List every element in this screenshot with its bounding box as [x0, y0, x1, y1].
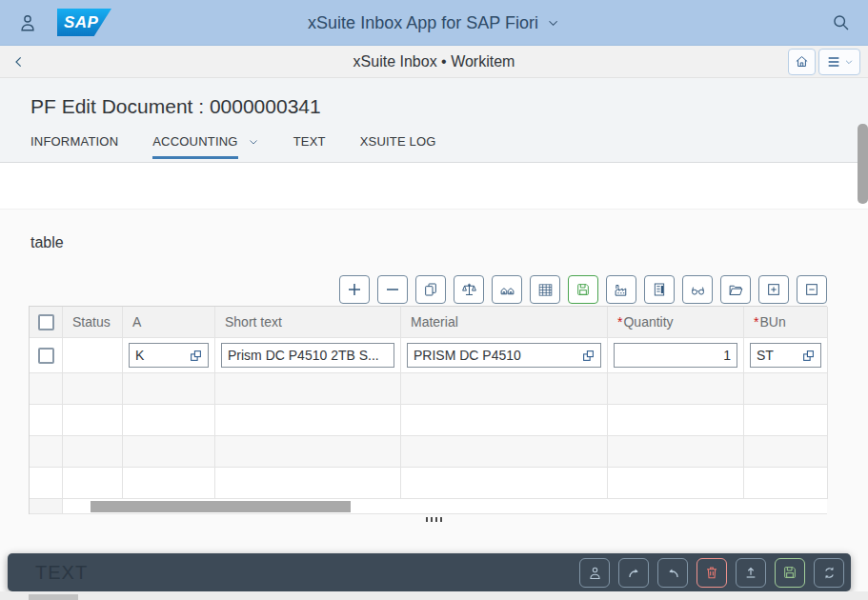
- value-help-icon[interactable]: [582, 350, 595, 362]
- select-all-checkbox[interactable]: [38, 314, 54, 330]
- boxed-plus-icon: [766, 282, 781, 297]
- row-checkbox[interactable]: [38, 348, 54, 364]
- grid-button[interactable]: [530, 275, 560, 304]
- refresh-button[interactable]: [814, 558, 844, 588]
- home-icon: [794, 53, 810, 70]
- houses-icon: [499, 282, 515, 298]
- collapse-button[interactable]: [797, 275, 827, 304]
- person-icon: [587, 565, 603, 581]
- forward-button[interactable]: [618, 558, 649, 588]
- tab-text[interactable]: TEXT: [293, 134, 326, 159]
- boxed-minus-icon: [804, 282, 819, 297]
- factory-button[interactable]: [606, 275, 636, 304]
- column-header-status[interactable]: Status: [63, 307, 123, 338]
- table-section: table Status A Short text Material: [0, 210, 868, 522]
- add-row-button[interactable]: [339, 275, 370, 304]
- status-cell: [63, 338, 123, 373]
- page-header: PF Edit Document : 0000000341 INFORMATIO…: [0, 78, 868, 163]
- expand-button[interactable]: [758, 275, 789, 304]
- material-input[interactable]: [414, 348, 577, 363]
- table-row-empty: [30, 405, 827, 436]
- column-header-short-text[interactable]: Short text: [215, 307, 401, 338]
- open-folder-icon: [728, 282, 744, 298]
- bun-input[interactable]: [757, 348, 797, 363]
- trash-icon: [704, 565, 719, 580]
- tab-strip: INFORMATION ACCOUNTING TEXT XSUITE LOG: [30, 134, 838, 159]
- items-table: Status A Short text Material *Quantity *…: [29, 306, 827, 514]
- tab-information[interactable]: INFORMATION: [30, 134, 118, 159]
- table-header-row: Status A Short text Material *Quantity *…: [30, 307, 827, 338]
- report-icon: [652, 282, 667, 297]
- column-header-a[interactable]: A: [123, 307, 215, 338]
- column-header-bun[interactable]: *BUn: [744, 307, 828, 338]
- table-row-empty: [30, 468, 827, 499]
- a-input[interactable]: [135, 348, 185, 363]
- minus-icon: [384, 281, 401, 298]
- shell-bar: SAP xSuite Inbox App for SAP Fiori: [0, 0, 868, 46]
- field-quantity: [614, 343, 737, 368]
- required-marker: *: [617, 314, 622, 330]
- hamburger-icon: [826, 54, 841, 70]
- tab-accounting[interactable]: ACCOUNTING: [152, 134, 258, 159]
- houses-button[interactable]: [492, 275, 522, 304]
- glasses-icon: [690, 282, 706, 298]
- report-button[interactable]: [644, 275, 675, 304]
- app-window: SAP xSuite Inbox App for SAP Fiori xSuit…: [0, 0, 868, 600]
- grid-icon: [537, 282, 554, 298]
- value-help-icon[interactable]: [802, 350, 815, 362]
- value-help-icon[interactable]: [190, 350, 202, 362]
- field-a: [129, 343, 209, 368]
- sap-logo: SAP: [57, 9, 111, 36]
- h-scroll-thumb[interactable]: [91, 501, 351, 512]
- upload-icon: [743, 565, 758, 580]
- home-button[interactable]: [788, 49, 816, 75]
- back-button[interactable]: [8, 49, 30, 75]
- remove-row-button[interactable]: [377, 275, 408, 304]
- undo-arrow-icon: [665, 565, 681, 581]
- bottom-edge: [0, 591, 868, 600]
- tab-xsuite-log[interactable]: XSUITE LOG: [360, 134, 436, 159]
- table-toolbar: [0, 275, 827, 304]
- balance-scale-button[interactable]: [454, 275, 484, 304]
- menu-button[interactable]: [818, 49, 860, 75]
- v-scroll-thumb[interactable]: [858, 124, 868, 204]
- field-bun: [750, 343, 821, 368]
- save-icon: [782, 565, 797, 580]
- factory-icon: [614, 282, 630, 298]
- field-material: [407, 343, 601, 368]
- column-header-quantity[interactable]: *Quantity: [608, 307, 744, 338]
- column-header-material[interactable]: Material: [401, 307, 608, 338]
- upload-button[interactable]: [736, 558, 766, 588]
- page-title: PF Edit Document : 0000000341: [30, 95, 838, 118]
- content-spacer: [0, 163, 868, 210]
- short-text-input[interactable]: [228, 348, 388, 363]
- nav-bar: xSuite Inbox • Workitem: [0, 46, 868, 78]
- clipped-element: [29, 594, 78, 600]
- footer-toolbar: TEXT: [8, 553, 851, 591]
- chevron-down-icon[interactable]: [248, 136, 259, 148]
- user-profile-button[interactable]: [17, 12, 38, 33]
- copy-button[interactable]: [415, 275, 446, 304]
- field-short-text: [221, 343, 394, 368]
- undo-button[interactable]: [657, 558, 688, 588]
- search-icon: [831, 12, 851, 32]
- h-scroll-track[interactable]: [63, 499, 827, 513]
- back-chevron-icon: [11, 54, 27, 70]
- quantity-input[interactable]: [620, 348, 731, 363]
- glasses-button[interactable]: [682, 275, 713, 304]
- save-table-button[interactable]: [568, 275, 598, 304]
- table-row-empty: [30, 373, 827, 405]
- save-button[interactable]: [775, 558, 805, 588]
- grip-icon[interactable]: [0, 517, 868, 522]
- delete-button[interactable]: [696, 558, 727, 588]
- refresh-icon: [821, 565, 838, 581]
- text-section-title: TEXT: [35, 562, 88, 584]
- table-row-empty: [30, 436, 827, 468]
- open-folder-button[interactable]: [720, 275, 751, 304]
- app-title-menu[interactable]: xSuite Inbox App for SAP Fiori: [308, 0, 560, 46]
- app-title: xSuite Inbox App for SAP Fiori: [308, 13, 538, 33]
- required-marker: *: [754, 314, 758, 330]
- assign-user-button[interactable]: [579, 558, 610, 588]
- section-title: table: [0, 210, 868, 251]
- search-button[interactable]: [831, 12, 851, 32]
